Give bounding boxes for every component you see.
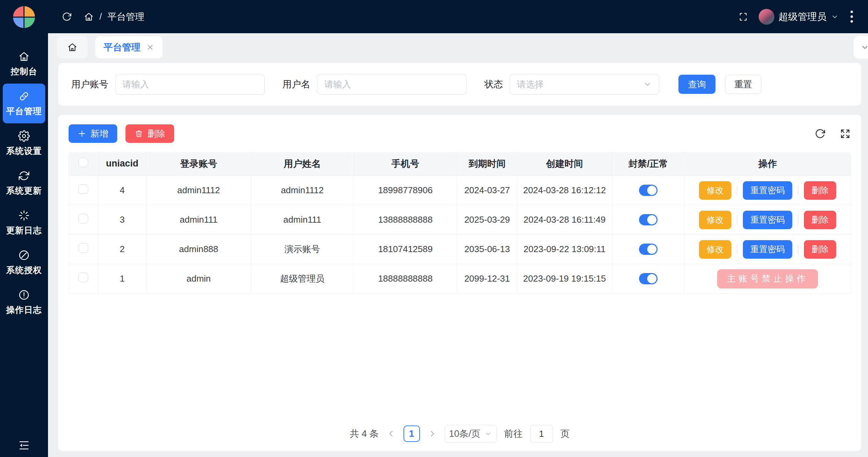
- tab-home[interactable]: [57, 36, 88, 58]
- tab-overflow-button[interactable]: [854, 36, 868, 59]
- sidebar-item-操作日志[interactable]: 操作日志: [3, 282, 45, 322]
- select-all-checkbox[interactable]: [79, 158, 88, 167]
- row-select-cell: [69, 235, 98, 264]
- user-menu[interactable]: 超级管理员: [759, 9, 839, 25]
- reset-password-button[interactable]: 重置密码: [743, 181, 792, 200]
- fullscreen-icon[interactable]: [738, 12, 748, 22]
- status-toggle[interactable]: [639, 244, 658, 255]
- delete-button[interactable]: 删除: [125, 124, 174, 143]
- cell-uniacid: 1: [98, 264, 146, 294]
- collapse-sidebar-icon[interactable]: [18, 439, 30, 452]
- cell-phone: 18107412589: [354, 235, 457, 264]
- reset-button[interactable]: 重置: [725, 75, 761, 94]
- chevron-down-icon: [831, 13, 839, 21]
- sidebar-item-label: 控制台: [11, 66, 37, 77]
- edit-button[interactable]: 修改: [699, 181, 731, 200]
- column-header: 用户姓名: [251, 152, 354, 176]
- cell-status: [612, 235, 685, 264]
- row-delete-button[interactable]: 删除: [804, 211, 836, 229]
- table-card: 新增 删除: [58, 115, 861, 451]
- kebab-menu-icon[interactable]: [849, 9, 854, 24]
- tabbar: 平台管理: [48, 33, 868, 61]
- add-button[interactable]: 新增: [69, 124, 117, 143]
- row-select-cell: [69, 176, 98, 205]
- sync-icon: [18, 170, 30, 182]
- sidebar-item-系统更新[interactable]: 系统更新: [3, 163, 45, 203]
- cell-phone: 13888888888: [354, 205, 457, 235]
- username-label: 用户名: [282, 78, 310, 90]
- column-header: 操作: [685, 152, 851, 176]
- column-header: uniacid: [98, 152, 146, 176]
- column-header: 封禁/正常: [612, 152, 685, 176]
- home-icon: [67, 42, 77, 52]
- cell-uniacid: 4: [98, 176, 146, 205]
- row-checkbox[interactable]: [79, 243, 88, 253]
- status-placeholder: 请选择: [517, 78, 544, 90]
- sidebar-item-控制台[interactable]: 控制台: [3, 44, 45, 84]
- search-button[interactable]: 查询: [678, 75, 715, 94]
- action-separator: [737, 186, 737, 195]
- cell-actions: 主账号禁止操作: [685, 264, 851, 294]
- sidebar: 控制台平台管理系统设置系统更新更新日志系统授权操作日志: [0, 0, 48, 457]
- page-number[interactable]: 1: [403, 425, 420, 442]
- app-logo: [13, 6, 35, 28]
- close-icon[interactable]: [146, 43, 154, 51]
- goto-page-input[interactable]: [530, 425, 553, 443]
- cell-account: admin: [146, 264, 251, 294]
- expand-icon[interactable]: [840, 128, 851, 139]
- refresh-icon[interactable]: [62, 12, 72, 22]
- status-toggle[interactable]: [639, 214, 658, 225]
- column-header: 创建时间: [517, 152, 612, 176]
- account-input[interactable]: [115, 74, 265, 95]
- topbar: / 平台管理 超级管理员: [48, 0, 868, 33]
- username-input[interactable]: [317, 74, 467, 95]
- action-separator: [737, 245, 737, 254]
- cell-expire: 2025-03-29: [457, 205, 517, 235]
- breadcrumb: / 平台管理: [84, 11, 144, 23]
- refresh-icon[interactable]: [815, 128, 826, 139]
- cell-name: admin1112: [251, 176, 354, 205]
- cell-created: 2024-03-28 16:12:12: [517, 176, 612, 205]
- row-delete-button[interactable]: 删除: [804, 181, 836, 200]
- content: 用户账号 用户名 状态 请选择 查询 重置 新增: [48, 61, 868, 457]
- row-select-cell: [69, 205, 98, 235]
- chevron-down-icon: [860, 42, 868, 52]
- cell-account: admin1112: [146, 176, 251, 205]
- chevron-down-icon: [643, 80, 652, 89]
- prev-page-icon[interactable]: [386, 429, 396, 439]
- reset-password-button[interactable]: 重置密码: [743, 211, 792, 229]
- sidebar-item-更新日志[interactable]: 更新日志: [3, 203, 45, 243]
- cell-actions: 修改重置密码删除: [685, 176, 851, 205]
- row-checkbox[interactable]: [79, 273, 88, 282]
- sidebar-item-系统授权[interactable]: 系统授权: [3, 243, 45, 282]
- sidebar-item-label: 系统授权: [6, 264, 42, 276]
- edit-button[interactable]: 修改: [699, 211, 731, 229]
- cell-expire: 2099-12-31: [457, 264, 517, 294]
- status-toggle[interactable]: [639, 185, 658, 196]
- goto-label: 前往: [504, 428, 523, 440]
- total-count: 共 4 条: [350, 428, 378, 440]
- home-icon[interactable]: [84, 12, 94, 22]
- gear-icon: [18, 130, 30, 142]
- sidebar-item-平台管理[interactable]: 平台管理: [3, 84, 45, 123]
- status-toggle[interactable]: [639, 273, 658, 284]
- row-delete-button[interactable]: 删除: [804, 240, 836, 259]
- sidebar-item-系统设置[interactable]: 系统设置: [3, 123, 45, 163]
- cell-name: 超级管理员: [251, 264, 354, 294]
- cell-phone: 18998778906: [354, 176, 457, 205]
- tab-active[interactable]: 平台管理: [95, 36, 162, 58]
- row-checkbox[interactable]: [79, 214, 88, 223]
- breadcrumb-current: 平台管理: [107, 11, 144, 23]
- cell-created: 2023-09-22 13:09:11: [517, 235, 612, 264]
- reset-password-button[interactable]: 重置密码: [743, 240, 792, 259]
- status-select[interactable]: 请选择: [510, 74, 659, 95]
- row-checkbox[interactable]: [79, 184, 88, 194]
- username: 超级管理员: [779, 10, 827, 23]
- next-page-icon[interactable]: [427, 429, 437, 439]
- page-size-select[interactable]: 10条/页: [445, 425, 497, 443]
- locked-action-button: 主账号禁止操作: [717, 269, 818, 288]
- sidebar-item-label: 操作日志: [6, 304, 42, 316]
- edit-button[interactable]: 修改: [699, 240, 731, 259]
- status-label: 状态: [484, 78, 503, 90]
- cell-status: [612, 176, 685, 205]
